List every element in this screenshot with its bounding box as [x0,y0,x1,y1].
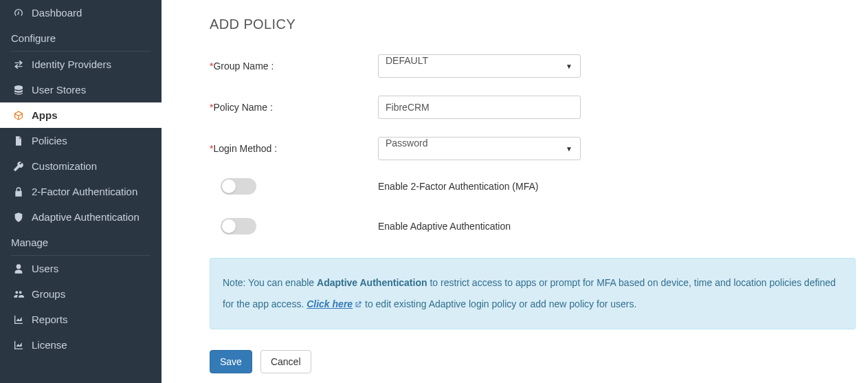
sidebar-item-customization[interactable]: Customization [0,153,162,179]
sidebar-item-label: Customization [32,160,97,172]
sidebar-item-label: Adaptive Authentication [32,211,140,223]
login-method-label: *Login Method : [210,143,378,154]
toggle-knob [222,219,236,233]
adaptive-note: Note: You can enable Adaptive Authentica… [210,258,856,329]
form-row-policy-name: *Policy Name : [210,96,861,119]
group-icon [11,289,26,300]
policy-name-label: *Policy Name : [210,102,378,113]
page-title: ADD POLICY [210,17,861,32]
sidebar-item-label: Groups [32,288,65,300]
form-row-mfa-toggle: Enable 2-Factor Authentication (MFA) [210,178,861,195]
sidebar-item-label: Reports [32,314,68,325]
sidebar-item-label: Users [32,263,58,274]
chart-area-icon [11,314,26,325]
sidebar-item-label: User Stores [32,84,86,96]
cancel-button[interactable]: Cancel [260,350,311,373]
gauge-icon [11,8,26,19]
group-name-select[interactable]: DEFAULT ▼ [378,54,581,78]
form-row-adaptive-toggle: Enable Adaptive Authentication [210,218,861,234]
sidebar-item-label: Identity Providers [32,58,111,70]
sidebar-item-user-stores[interactable]: User Stores [0,77,162,102]
shield-icon [11,212,26,223]
form-row-group-name: *Group Name : DEFAULT ▼ [210,54,861,78]
sidebar-item-label: Apps [32,109,58,121]
sidebar-item-reports[interactable]: Reports [0,307,162,332]
sidebar-item-users[interactable]: Users [0,256,162,281]
sidebar-item-policies[interactable]: Policies [0,128,162,153]
sidebar-item-2fa[interactable]: 2-Factor Authentication [0,179,162,204]
sidebar-item-adaptive-auth[interactable]: Adaptive Authentication [0,204,162,230]
mfa-toggle-label: Enable 2-Factor Authentication (MFA) [378,181,538,192]
login-method-select[interactable]: Password ▼ [378,137,581,160]
user-icon [11,263,26,274]
sidebar-item-label: Policies [32,135,67,146]
adaptive-toggle-label: Enable Adaptive Authentication [378,221,511,232]
group-name-label: *Group Name : [210,61,378,72]
wrench-icon [11,161,26,172]
chart-area-icon [11,340,26,351]
external-link-icon [354,300,362,309]
button-row: Save Cancel [210,350,861,373]
main-content: ADD POLICY *Group Name : DEFAULT ▼ *Poli… [162,0,868,383]
click-here-link[interactable]: Click here [307,298,362,309]
adaptive-toggle[interactable] [221,218,256,234]
document-icon [11,135,26,146]
sidebar-item-identity-providers[interactable]: Identity Providers [0,52,162,77]
sidebar-item-license[interactable]: License [0,332,162,358]
sidebar-item-dashboard[interactable]: Dashboard [0,0,162,25]
policy-name-input[interactable] [378,96,581,119]
sidebar-section-configure: Configure [11,25,151,52]
save-button[interactable]: Save [210,350,252,373]
sidebar-section-manage: Manage [11,230,151,256]
sidebar: Dashboard Configure Identity Providers U… [0,0,162,383]
group-name-value: DEFAULT [378,54,581,78]
sidebar-item-groups[interactable]: Groups [0,281,162,307]
database-icon [11,85,26,96]
login-method-value: Password [378,137,581,160]
sidebar-item-apps[interactable]: Apps [0,102,162,128]
sidebar-item-label: Dashboard [32,7,82,19]
sidebar-item-label: 2-Factor Authentication [32,186,137,197]
form-row-login-method: *Login Method : Password ▼ [210,137,861,160]
lock-icon [11,186,26,197]
cube-icon [11,110,26,121]
toggle-knob [222,179,236,193]
sidebar-item-label: License [32,339,67,351]
mfa-toggle[interactable] [221,178,256,195]
exchange-icon [11,59,26,70]
